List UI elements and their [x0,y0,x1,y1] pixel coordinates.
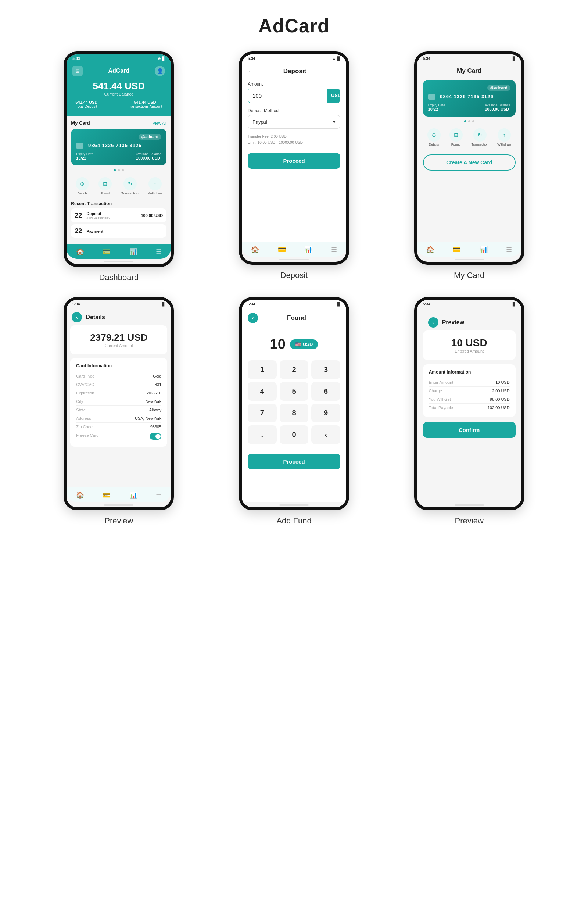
currency-text: USD [303,342,313,347]
status-bar-details: 5:34 ▊ [67,300,171,308]
wifi-icon: ▲ [332,57,336,60]
status-bar-addfund: 5:34 ▊ [242,300,346,308]
mycard-section-title: My Card [71,120,90,126]
screens-grid: 5:33 ⊕ ▊ ⊞ AdCard 👤 [37,51,551,526]
card-chip-mycard [428,94,436,100]
info-row-zipcode: Zip Code 98605 [76,423,161,431]
label-deposit: Deposit [280,271,308,280]
proceed-button-deposit[interactable]: Proceed [248,153,340,169]
back-button-deposit[interactable]: ← [248,67,254,75]
info-key-charge: Charge [429,389,442,393]
method-label: Deposit Method [248,108,340,113]
freeze-toggle[interactable] [150,433,161,440]
nav-card[interactable]: 💳 [103,248,111,256]
info-row-expiration: Expiration 2022-10 [76,389,161,397]
method-select[interactable]: Paypal ▾ [248,115,340,129]
phone-mycard: 5:34 ▊ My Card @adcard 9864 1326 7135 31… [414,51,524,265]
details-page-title: Details [86,314,105,320]
key-4[interactable]: 4 [248,382,277,401]
nav-chart-deposit[interactable]: 📊 [304,245,312,253]
key-5[interactable]: 5 [280,382,309,401]
nav-home-mycard[interactable]: 🏠 [426,245,434,253]
info-row-enter: Enter Amount 10 USD [429,378,510,387]
mycard-icon-transaction[interactable]: ↻ Transaction [472,128,489,146]
back-button-preview[interactable]: ‹ [428,317,438,327]
key-0[interactable]: 0 [280,425,309,444]
info-val-cvv: 831 [155,383,161,387]
page-title: AdCard [258,15,330,37]
details-bottom-nav: 🏠 💳 📊 ☰ [67,487,171,502]
nav-home-details[interactable]: 🏠 [76,491,84,499]
proceed-button-fund[interactable]: Proceed [248,454,340,469]
info-key-address: Address [76,416,91,420]
info-row-state: State Albany [76,406,161,414]
fund-header: ‹ Found [248,313,340,323]
key-2[interactable]: 2 [280,360,309,379]
nav-menu-details[interactable]: ☰ [156,491,162,499]
battery-icon-details: ▊ [162,302,165,306]
create-card-button[interactable]: Create A New Card [423,154,516,170]
card-info-section: Card Information Card Type Gold CVV/CVC … [70,358,167,447]
nav-home-deposit[interactable]: 🏠 [251,245,259,253]
nav-chart-mycard[interactable]: 📊 [480,245,488,253]
info-row-cardtype: Card Type Gold [76,372,161,381]
user-avatar[interactable]: 👤 [155,66,165,76]
balance-label: Current Balance [72,92,165,96]
nav-menu-deposit[interactable]: ☰ [331,245,337,253]
view-all-link[interactable]: View All [152,121,167,125]
info-row-address: Address USA, NewYork [76,414,161,423]
icon-details[interactable]: ⊙ Details [76,177,89,195]
nav-home[interactable]: 🏠 [76,248,84,256]
info-val-zipcode: 98605 [150,425,162,429]
info-key-cardtype: Card Type [76,374,95,378]
key-6[interactable]: 6 [311,382,340,401]
confirm-button[interactable]: Confirm [423,422,516,438]
key-3[interactable]: 3 [311,360,340,379]
key-1[interactable]: 1 [248,360,277,379]
status-time-mycard: 5:34 [423,57,430,60]
home-indicator [104,261,133,263]
info-key-city: City [76,399,83,404]
nav-card-deposit[interactable]: 💳 [278,245,286,253]
key-dot[interactable]: . [248,425,277,444]
recent-title: Recent Transaction [71,201,167,206]
nav-card-mycard[interactable]: 💳 [453,245,461,253]
mycard-icon-found[interactable]: ⊞ Found [449,128,463,146]
key-7[interactable]: 7 [248,404,277,422]
nav-chart[interactable]: 📊 [129,248,137,256]
amount-input[interactable] [248,89,327,103]
card-balance-label: Availabe Balance [136,152,161,156]
screen-dashboard: 5:33 ⊕ ▊ ⊞ AdCard 👤 [37,51,201,282]
back-button-fund[interactable]: ‹ [248,313,258,323]
card-number: 9864 1326 7135 3126 [76,143,161,149]
phone-preview: 5:34 ▊ ‹ Preview 10 USD Entered Amount [414,297,524,510]
nav-menu-mycard[interactable]: ☰ [506,245,512,253]
label-dashboard: Dashboard [99,273,139,282]
txn-id-1: #TN-213564889 [87,216,138,219]
fund-amount-display: 10 🇺🇸 USD [248,337,340,352]
key-8[interactable]: 8 [280,404,309,422]
info-row-cvv: CVV/CVC 831 [76,381,161,389]
status-bar-mycard: 5:34 ▊ [417,54,521,62]
dashboard-icon-row: ⊙ Details ⊞ Found ↻ Transaction ↑ [71,174,167,198]
deposit-header: ← Deposit [248,67,340,75]
mycard-icon-withdraw[interactable]: ↑ Withdraw [497,128,511,146]
info-val-state: Albany [149,408,162,412]
info-val-get: 98.00 USD [490,397,510,401]
dashboard-bottom-nav: 🏠 💳 📊 ☰ [67,244,171,259]
nav-chart-details[interactable]: 📊 [129,491,137,499]
home-indicator-deposit [279,259,309,260]
icon-withdraw[interactable]: ↑ Withdraw [148,177,162,195]
icon-transaction[interactable]: ↻ Transaction [121,177,139,195]
back-button-details[interactable]: ‹ [72,312,82,322]
key-9[interactable]: 9 [311,404,340,422]
nav-menu[interactable]: ☰ [156,248,162,256]
nav-card-details[interactable]: 💳 [103,491,111,499]
info-key-zipcode: Zip Code [76,425,93,429]
icon-found[interactable]: ⊞ Found [98,177,112,195]
key-backspace[interactable]: ‹ [311,425,340,444]
details-amount-label: Current Amount [77,343,161,348]
mycard-icon-details[interactable]: ⊙ Details [427,128,441,146]
label-addfund: Add Fund [276,516,311,526]
info-val-address: USA, NewYork [135,416,161,420]
